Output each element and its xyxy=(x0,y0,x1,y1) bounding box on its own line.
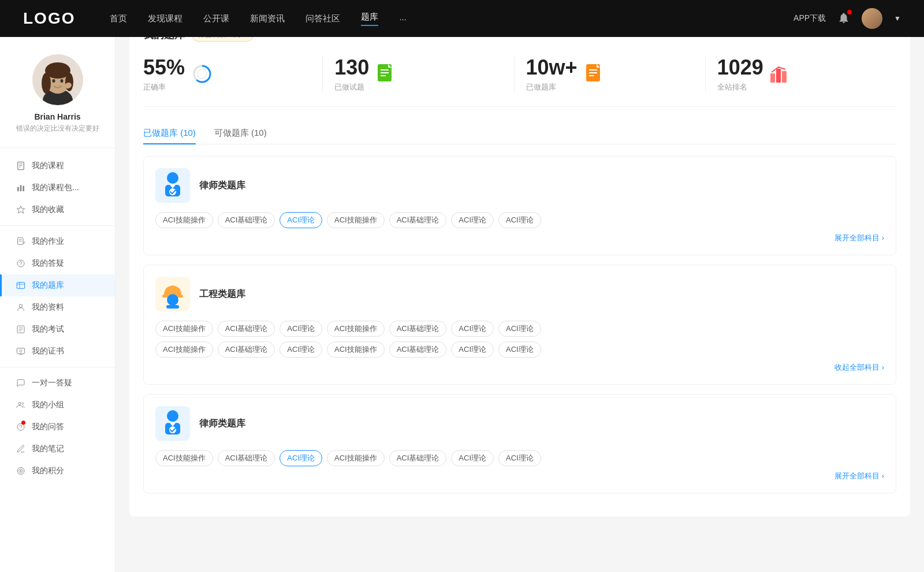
divider2 xyxy=(0,367,115,367)
svg-rect-10 xyxy=(18,162,24,169)
user-avatar-nav[interactable] xyxy=(862,8,882,29)
expand-btn-2[interactable]: 展开全部科目 › xyxy=(155,471,884,481)
sidebar-item-1on1[interactable]: 一对一答疑 xyxy=(0,372,115,394)
tag-0-5[interactable]: ACI理论 xyxy=(451,212,494,228)
sidebar-item-exam[interactable]: 我的考试 xyxy=(0,318,115,340)
nav-discover[interactable]: 发现课程 xyxy=(148,13,182,24)
sidebar-item-cert[interactable]: 我的证书 xyxy=(0,340,115,362)
tag-0-1[interactable]: ACI基础理论 xyxy=(218,212,275,228)
tags-row-0: ACI技能操作 ACI基础理论 ACI理论 ACI技能操作 ACI基础理论 AC… xyxy=(155,212,884,228)
qbank-section-2: 律师类题库 ACI技能操作 ACI基础理论 ACI理论 ACI技能操作 ACI基… xyxy=(143,394,896,493)
sidebar-item-qbank[interactable]: 我的题库 xyxy=(0,274,115,296)
tag-1b-2[interactable]: ACI理论 xyxy=(280,341,322,358)
tag-2-2[interactable]: ACI理论 xyxy=(280,450,322,466)
user-name: Brian Harris xyxy=(12,112,103,121)
tag-0-2[interactable]: ACI理论 xyxy=(280,212,322,228)
expand-btn-0[interactable]: 展开全部科目 › xyxy=(155,233,884,243)
exam-icon xyxy=(16,324,26,335)
svg-marker-17 xyxy=(17,206,24,213)
qa-icon xyxy=(16,378,26,388)
tag-1b-6[interactable]: ACI理论 xyxy=(498,341,541,358)
qbank-section-1: 工程类题库 ACI技能操作 ACI基础理论 ACI理论 ACI技能操作 ACI基… xyxy=(143,265,896,385)
sidebar-item-group[interactable]: 我的小组 xyxy=(0,394,115,416)
tag-1-0[interactable]: ACI技能操作 xyxy=(155,321,213,337)
svg-point-33 xyxy=(18,402,21,404)
dropdown-chevron[interactable]: ▼ xyxy=(894,14,901,23)
qbank-name-2: 律师类题库 xyxy=(199,418,245,430)
svg-point-7 xyxy=(52,79,55,83)
nav-more[interactable]: ··· xyxy=(399,14,407,24)
qbank-header-1: 工程类题库 xyxy=(155,277,884,311)
user-avatar-large xyxy=(32,54,83,105)
stat-accuracy: 55% 正确率 xyxy=(143,55,323,92)
tags-row-2: ACI技能操作 ACI基础理论 ACI理论 ACI技能操作 ACI基础理论 AC… xyxy=(155,450,884,466)
tag-2-4[interactable]: ACI基础理论 xyxy=(389,450,447,466)
sidebar-item-profile[interactable]: 我的资料 xyxy=(0,296,115,318)
sidebar-item-coursepack[interactable]: 我的课程包... xyxy=(0,177,115,199)
svg-point-63 xyxy=(167,410,178,422)
sidebar-item-points[interactable]: 我的积分 xyxy=(0,460,115,482)
tag-0-4[interactable]: ACI基础理论 xyxy=(389,212,447,228)
tag-2-6[interactable]: ACI理论 xyxy=(498,450,541,466)
sidebar-item-myqa[interactable]: 我的问答 xyxy=(0,416,115,438)
tag-0-3[interactable]: ACI技能操作 xyxy=(327,212,385,228)
tag-2-3[interactable]: ACI技能操作 xyxy=(327,450,385,466)
nav-home[interactable]: 首页 xyxy=(110,13,127,24)
sidebar-item-favorites[interactable]: 我的收藏 xyxy=(0,199,115,221)
svg-rect-53 xyxy=(770,73,775,83)
homework-icon xyxy=(16,236,26,247)
tag-1b-1[interactable]: ACI基础理论 xyxy=(218,341,275,358)
tag-0-6[interactable]: ACI理论 xyxy=(498,212,541,228)
svg-rect-31 xyxy=(17,348,24,353)
content-card: 我的题库 体验剩余23天！ 55% 正确率 xyxy=(129,14,910,517)
notification-bell[interactable] xyxy=(837,12,850,26)
svg-point-61 xyxy=(167,294,178,306)
notification-dot xyxy=(847,10,852,14)
sidebar-item-course[interactable]: 我的课程 xyxy=(0,155,115,177)
svg-point-26 xyxy=(19,304,22,307)
qbank-name-0: 律师类题库 xyxy=(199,180,245,192)
tag-2-5[interactable]: ACI理论 xyxy=(451,450,494,466)
tag-1b-4[interactable]: ACI基础理论 xyxy=(389,341,447,358)
svg-rect-54 xyxy=(776,69,781,83)
svg-point-56 xyxy=(167,172,178,184)
tag-1-5[interactable]: ACI理论 xyxy=(451,321,494,337)
stat-banks-icon xyxy=(584,64,605,84)
tag-2-1[interactable]: ACI基础理论 xyxy=(218,450,275,466)
tag-1-6[interactable]: ACI理论 xyxy=(498,321,541,337)
cert-icon xyxy=(16,346,26,356)
nav-qbank[interactable]: 题库 xyxy=(361,12,378,26)
svg-rect-62 xyxy=(166,305,179,309)
nav-qa[interactable]: 问答社区 xyxy=(305,13,340,24)
stat-accuracy-value: 55% 正确率 xyxy=(143,55,185,92)
sidebar-item-homework[interactable]: 我的作业 xyxy=(0,231,115,252)
nav-opencourse[interactable]: 公开课 xyxy=(203,13,229,24)
svg-point-36 xyxy=(21,429,21,429)
tab-done[interactable]: 已做题库 (10) xyxy=(143,123,196,144)
tag-0-0[interactable]: ACI技能操作 xyxy=(155,212,213,228)
tags-row-1b: ACI技能操作 ACI基础理论 ACI理论 ACI技能操作 ACI基础理论 AC… xyxy=(155,341,884,358)
app-download-link[interactable]: APP下载 xyxy=(793,13,826,24)
stat-questions-done: 130 已做试题 xyxy=(334,55,514,92)
tag-2-0[interactable]: ACI技能操作 xyxy=(155,450,213,466)
navbar: LOGO 首页 发现课程 公开课 新闻资讯 问答社区 题库 ··· APP下载 … xyxy=(0,0,924,37)
tag-1-1[interactable]: ACI基础理论 xyxy=(218,321,275,337)
tag-1b-5[interactable]: ACI理论 xyxy=(451,341,494,358)
stats-row: 55% 正确率 130 已做试题 xyxy=(143,55,896,107)
sidebar-item-qadoubt[interactable]: 我的答疑 xyxy=(0,252,115,274)
logo[interactable]: LOGO xyxy=(23,9,75,28)
tag-1-3[interactable]: ACI技能操作 xyxy=(327,321,385,337)
nav-news[interactable]: 新闻资讯 xyxy=(250,13,285,24)
tag-1-2[interactable]: ACI理论 xyxy=(280,321,322,337)
navbar-right: APP下载 ▼ xyxy=(793,8,901,29)
tag-1b-0[interactable]: ACI技能操作 xyxy=(155,341,213,358)
svg-point-22 xyxy=(21,265,21,266)
tag-1b-3[interactable]: ACI技能操作 xyxy=(327,341,385,358)
sidebar-item-notes[interactable]: 我的笔记 xyxy=(0,438,115,460)
tab-available[interactable]: 可做题库 (10) xyxy=(214,123,267,144)
svg-rect-14 xyxy=(17,187,19,191)
tag-1-4[interactable]: ACI基础理论 xyxy=(389,321,447,337)
expand-btn-1[interactable]: 收起全部科目 › xyxy=(155,362,884,373)
svg-rect-55 xyxy=(782,71,787,83)
user-profile: Brian Harris 错误的决定比没有决定要好 xyxy=(0,54,115,148)
